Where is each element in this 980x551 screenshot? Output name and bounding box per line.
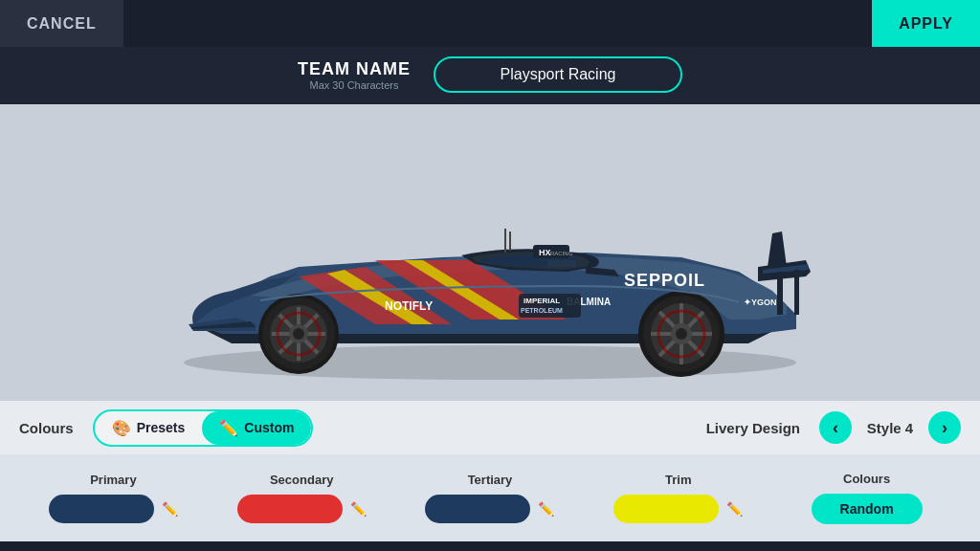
- svg-point-11: [293, 328, 304, 340]
- livery-design-label: Livery Design: [706, 420, 800, 436]
- trim-edit-icon[interactable]: ✏️: [726, 501, 743, 517]
- primary-color-section: Primary ✏️: [19, 473, 208, 523]
- svg-text:HX: HX: [539, 248, 551, 257]
- colors-bar: Primary ✏️ Secondary ✏️ Tertiary ✏️ Trim…: [0, 454, 980, 541]
- svg-rect-2: [794, 270, 799, 315]
- secondary-edit-icon[interactable]: ✏️: [350, 501, 367, 517]
- tertiary-swatch-row: ✏️: [425, 495, 554, 523]
- presets-icon: 🎨: [112, 419, 131, 437]
- primary-swatch[interactable]: [49, 495, 154, 523]
- svg-text:SEPPOIL: SEPPOIL: [624, 271, 705, 290]
- tertiary-edit-icon[interactable]: ✏️: [538, 501, 554, 517]
- trim-swatch-row: ✏️: [613, 495, 743, 523]
- svg-text:✦YGON: ✦YGON: [744, 298, 777, 307]
- trim-label: Trim: [665, 473, 691, 487]
- tertiary-swatch[interactable]: [425, 495, 530, 523]
- trim-swatch[interactable]: [613, 495, 719, 523]
- svg-text:IMPERIAL: IMPERIAL: [523, 297, 560, 305]
- trim-color-section: Trim ✏️: [584, 473, 772, 523]
- secondary-label: Secondary: [270, 473, 333, 487]
- secondary-swatch[interactable]: [237, 495, 343, 523]
- svg-text:RACING: RACING: [550, 251, 573, 256]
- custom-icon: ✏️: [219, 419, 238, 437]
- livery-nav: ‹ Style 4 ›: [819, 411, 961, 444]
- colours-label: Colours: [19, 420, 74, 436]
- custom-button[interactable]: ✏️ Custom: [202, 411, 311, 445]
- presets-button[interactable]: 🎨 Presets: [95, 411, 203, 445]
- top-bar: CANCEL APPLY: [0, 0, 980, 47]
- controls-bar: Colours 🎨 Presets ✏️ Custom Livery Desig…: [0, 401, 980, 454]
- tertiary-label: Tertiary: [468, 473, 513, 487]
- presets-label: Presets: [137, 420, 186, 435]
- next-style-button[interactable]: ›: [928, 411, 961, 444]
- apply-button[interactable]: APPLY: [872, 0, 980, 47]
- secondary-swatch-row: ✏️: [237, 495, 367, 523]
- colours-random-section: Colours Random: [772, 472, 961, 524]
- team-name-bar: TEAM NAME Max 30 Characters: [0, 47, 980, 104]
- colours-section-label: Colours: [843, 472, 890, 486]
- team-name-input[interactable]: [434, 56, 682, 93]
- prev-style-button[interactable]: ‹: [819, 411, 852, 444]
- car-svg: SEPPOIL NOTIFLY BALMINA IMPERIAL PETROLE…: [107, 119, 873, 386]
- preset-custom-toggle: 🎨 Presets ✏️ Custom: [93, 409, 314, 447]
- team-name-title: TEAM NAME: [298, 59, 411, 79]
- secondary-color-section: Secondary ✏️: [208, 473, 396, 523]
- svg-rect-1: [777, 272, 783, 315]
- primary-edit-icon[interactable]: ✏️: [162, 501, 178, 517]
- style-label: Style 4: [861, 420, 919, 436]
- svg-rect-34: [509, 231, 511, 251]
- primary-label: Primary: [90, 473, 136, 487]
- custom-label: Custom: [244, 420, 294, 435]
- random-button[interactable]: Random: [812, 494, 923, 524]
- team-name-sublabel: Max 30 Characters: [298, 79, 411, 91]
- svg-text:NOTIFLY: NOTIFLY: [385, 299, 433, 313]
- svg-point-21: [676, 328, 687, 340]
- cancel-button[interactable]: CANCEL: [0, 0, 123, 47]
- svg-text:PETROLEUM: PETROLEUM: [521, 307, 563, 314]
- primary-swatch-row: ✏️: [49, 495, 178, 523]
- team-name-label: TEAM NAME Max 30 Characters: [298, 59, 411, 91]
- tertiary-color-section: Tertiary ✏️: [396, 473, 585, 523]
- svg-rect-33: [504, 229, 506, 253]
- car-preview: SEPPOIL NOTIFLY BALMINA IMPERIAL PETROLE…: [0, 104, 980, 401]
